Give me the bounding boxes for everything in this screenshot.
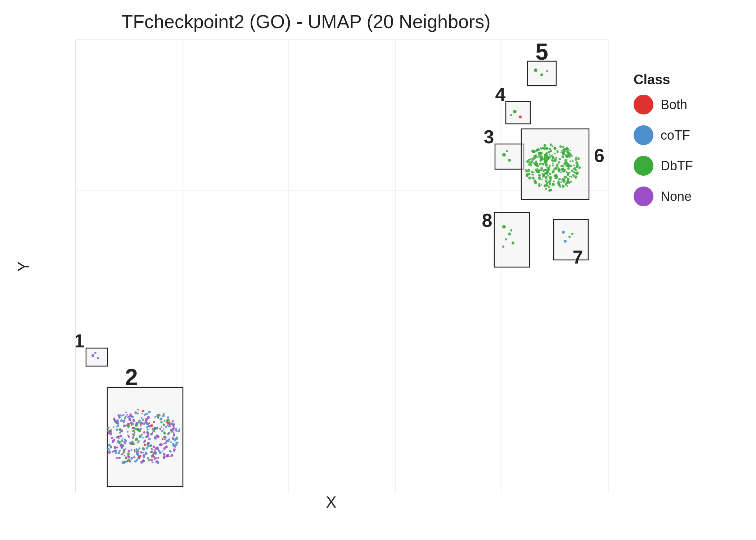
svg-point-620	[542, 163, 545, 166]
svg-point-655	[532, 150, 535, 153]
svg-point-404	[502, 153, 506, 157]
svg-point-476	[572, 160, 573, 162]
svg-point-304	[143, 423, 145, 425]
svg-point-169	[153, 446, 155, 448]
svg-point-103	[107, 430, 109, 432]
svg-point-203	[122, 438, 123, 439]
svg-point-605	[567, 181, 569, 184]
svg-point-287	[147, 433, 149, 436]
svg-point-327	[114, 446, 117, 449]
svg-point-654	[565, 183, 567, 185]
svg-point-197	[158, 450, 160, 452]
svg-point-334	[141, 422, 142, 423]
x-axis-label: X	[47, 493, 616, 511]
svg-point-415	[540, 73, 543, 76]
svg-point-353	[137, 428, 139, 430]
svg-point-640	[549, 176, 552, 179]
svg-point-381	[146, 426, 148, 428]
svg-point-625	[552, 158, 553, 159]
svg-point-566	[569, 172, 571, 173]
svg-point-643	[526, 173, 529, 176]
svg-point-690	[544, 156, 546, 158]
svg-point-657	[545, 154, 546, 156]
svg-point-133	[148, 438, 151, 440]
svg-point-386	[156, 428, 158, 429]
svg-point-677	[557, 182, 560, 185]
svg-point-264	[123, 450, 125, 453]
svg-point-632	[552, 165, 554, 166]
svg-point-648	[545, 161, 548, 164]
svg-point-165	[126, 460, 129, 463]
svg-point-629	[549, 148, 552, 150]
svg-point-42	[163, 453, 166, 455]
svg-point-286	[114, 449, 117, 452]
svg-point-146	[125, 416, 127, 417]
svg-point-136	[142, 452, 144, 454]
svg-point-663	[567, 185, 568, 187]
svg-point-336	[123, 441, 126, 444]
svg-point-115	[123, 422, 125, 423]
svg-point-517	[561, 152, 562, 153]
svg-point-184	[134, 449, 136, 451]
svg-point-112	[132, 438, 134, 440]
svg-point-346	[165, 442, 167, 444]
svg-point-160	[163, 432, 166, 435]
chart-title: TFcheckpoint2 (GO) - UMAP (20 Neighbors)	[0, 11, 612, 32]
svg-point-101	[134, 432, 136, 434]
svg-point-449	[555, 157, 557, 159]
svg-point-294	[173, 427, 175, 429]
svg-point-679	[543, 147, 546, 150]
svg-point-664	[567, 152, 571, 155]
svg-point-703	[564, 240, 567, 243]
svg-point-711	[502, 246, 504, 248]
svg-point-613	[554, 159, 557, 162]
svg-point-696	[531, 176, 534, 179]
svg-point-246	[134, 460, 136, 462]
svg-point-308	[150, 459, 153, 461]
svg-point-689	[562, 170, 565, 172]
svg-point-283	[110, 446, 112, 449]
svg-point-390	[153, 452, 155, 454]
svg-rect-21	[86, 348, 108, 366]
svg-point-536	[531, 160, 533, 162]
svg-point-120	[120, 429, 123, 432]
svg-point-189	[154, 449, 156, 451]
svg-point-122	[127, 435, 129, 436]
svg-text:5: 5	[535, 40, 548, 65]
legend-circle-both	[634, 95, 653, 114]
svg-point-400	[116, 457, 118, 459]
svg-text:6: 6	[594, 145, 604, 166]
svg-point-82	[116, 446, 118, 449]
svg-point-198	[137, 442, 139, 444]
svg-point-347	[174, 439, 176, 441]
svg-point-354	[176, 441, 179, 444]
svg-point-363	[140, 425, 142, 427]
svg-point-329	[156, 415, 159, 418]
svg-point-359	[143, 441, 145, 443]
svg-point-80	[168, 426, 170, 428]
svg-point-302	[172, 424, 174, 426]
svg-text:7: 7	[573, 247, 583, 267]
svg-point-261	[128, 450, 130, 453]
svg-point-704	[571, 233, 573, 235]
svg-point-668	[533, 155, 536, 158]
svg-point-409	[513, 110, 517, 113]
svg-point-374	[150, 451, 153, 454]
svg-point-222	[124, 417, 126, 419]
svg-point-338	[142, 437, 144, 438]
svg-point-239	[171, 454, 173, 456]
svg-point-503	[551, 159, 553, 161]
svg-point-682	[540, 169, 543, 172]
svg-point-571	[549, 154, 550, 156]
svg-point-674	[539, 163, 541, 165]
svg-point-330	[142, 410, 144, 412]
svg-point-220	[165, 426, 167, 428]
svg-point-665	[547, 185, 549, 186]
svg-point-505	[562, 146, 564, 148]
svg-point-539	[556, 165, 558, 167]
svg-point-72	[132, 456, 134, 458]
svg-point-272	[143, 431, 145, 433]
svg-point-596	[559, 158, 561, 161]
svg-point-241	[127, 453, 130, 455]
svg-point-555	[545, 176, 548, 179]
